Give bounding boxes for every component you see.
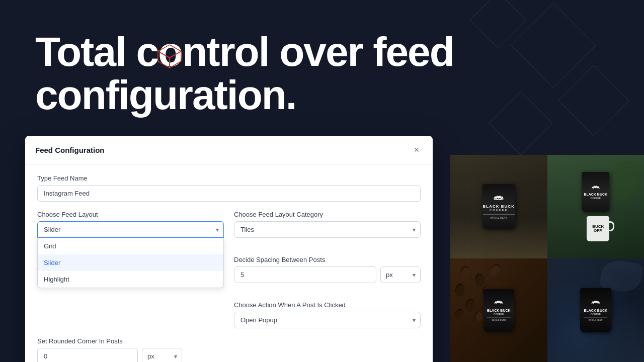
feed-name-group: Type Feed Name (37, 174, 421, 202)
photo-grid: BLACK BUCK COFFEE WHOLE BEAN BLACK (450, 155, 644, 362)
modal-close-button[interactable]: × (411, 144, 423, 156)
corner-unit-select[interactable]: px em % (142, 348, 182, 362)
layout-category-select[interactable]: Tiles (234, 221, 421, 238)
spacing-input[interactable] (234, 266, 376, 283)
bg-decoration (558, 65, 629, 136)
action-clicked-label: Choose Action When A Post Is Clicked (234, 301, 421, 309)
layout-category-group: Choose Feed Layout Category Tiles ▾ (234, 211, 421, 238)
action-clicked-select[interactable]: Open Popup (234, 312, 421, 328)
modal-body: Type Feed Name Choose Feed Layout Grid S… (25, 164, 433, 362)
svg-marker-0 (158, 45, 181, 58)
spacing-label: Decide Spacing Between Posts (234, 256, 421, 263)
feed-layout-select[interactable]: Grid Slider Highlight (37, 221, 224, 238)
feed-layout-group: Choose Feed Layout Grid Slider Highlight… (37, 211, 224, 238)
action-clicked-row: Choose Action When A Post Is Clicked Ope… (37, 301, 421, 328)
photo-2: BLACK BUCK COFFEE BUCKOFF. (547, 155, 645, 258)
layout-row: Choose Feed Layout Grid Slider Highlight… (37, 211, 421, 247)
photo-cell-2: BLACK BUCK COFFEE BUCKOFF. (547, 155, 645, 258)
dropdown-item-highlight[interactable]: Highlight (38, 271, 223, 288)
corner-row: px em % ▾ (37, 348, 421, 362)
cube-icon (156, 43, 184, 70)
feed-layout-select-wrapper: Grid Slider Highlight ▾ Grid Slider High… (37, 221, 224, 238)
modal-title: Feed Configuration (35, 146, 105, 154)
svg-marker-1 (158, 51, 170, 68)
photo-cell-4: BLACK BUCK COFFEE WHOLE BEAN (547, 258, 645, 362)
photo-4: BLACK BUCK COFFEE WHOLE BEAN (547, 258, 645, 362)
photo-cell-1: BLACK BUCK COFFEE WHOLE BEAN (450, 155, 547, 258)
feed-name-input[interactable] (37, 185, 421, 202)
corner-group: Set Rounded Corner In Posts px em % ▾ (37, 337, 421, 362)
hero-section: Total control over feed configuration. (35, 30, 454, 117)
action-clicked-group: Choose Action When A Post Is Clicked Ope… (234, 301, 421, 328)
bg-decoration (489, 91, 552, 155)
feed-layout-label: Choose Feed Layout (37, 211, 224, 218)
dropdown-item-slider[interactable]: Slider (38, 254, 223, 271)
corner-input[interactable] (37, 348, 138, 362)
spacing-unit-select[interactable]: px em % (380, 266, 421, 283)
feed-config-modal: Feed Configuration × Type Feed Name Choo… (25, 136, 433, 362)
hero-title: Total control over feed configuration. (35, 30, 454, 117)
feed-name-label: Type Feed Name (37, 174, 421, 182)
layout-category-select-wrapper: Tiles ▾ (234, 221, 421, 238)
photo-3: BLACK BUCK COFFEE WHOLE BEAN (450, 258, 547, 362)
spacing-group: Decide Spacing Between Posts px em % ▾ (234, 256, 421, 283)
photo-1: BLACK BUCK COFFEE WHOLE BEAN (450, 155, 547, 258)
layout-category-label: Choose Feed Layout Category (234, 211, 421, 218)
photo-cell-3: BLACK BUCK COFFEE WHOLE BEAN (450, 258, 547, 362)
modal-header: Feed Configuration × (25, 136, 433, 164)
action-clicked-select-wrapper: Open Popup ▾ (234, 312, 421, 328)
corner-label: Set Rounded Corner In Posts (37, 337, 421, 345)
dropdown-item-grid[interactable]: Grid (38, 238, 223, 254)
svg-marker-2 (170, 51, 181, 68)
spacing-unit-wrapper: px em % ▾ (380, 266, 421, 283)
corner-unit-wrapper: px em % ▾ (142, 348, 182, 362)
feed-layout-dropdown: Grid Slider Highlight (37, 238, 224, 288)
spacing-row: px em % ▾ (234, 266, 421, 283)
